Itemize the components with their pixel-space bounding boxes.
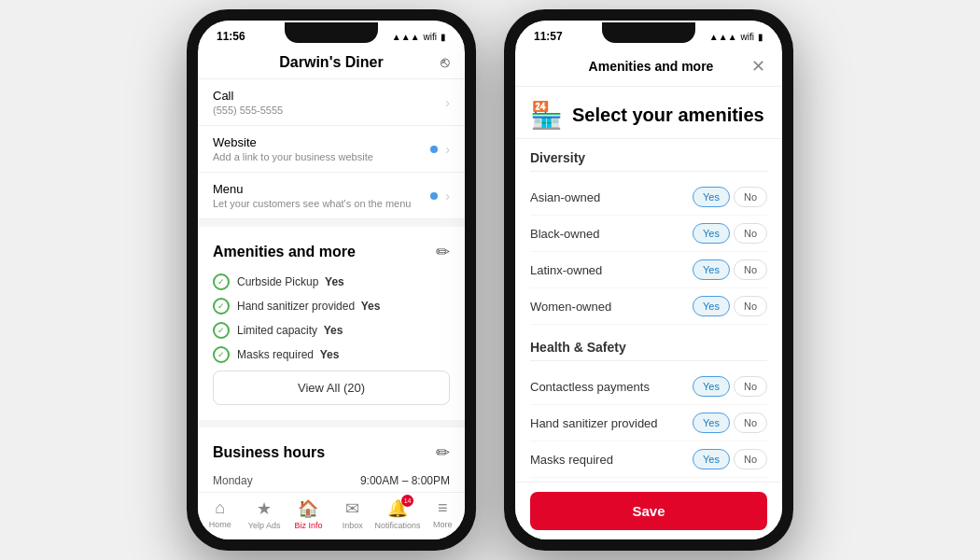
- asian-owned-no[interactable]: No: [734, 187, 767, 207]
- nav-yelp-ads[interactable]: ★ Yelp Ads: [242, 498, 286, 530]
- signal-icon-2: ▲▲▲: [709, 32, 737, 42]
- menu-item[interactable]: Menu Let your customers see what's on th…: [198, 173, 465, 219]
- check-icon-4: [213, 346, 230, 363]
- nav-home[interactable]: ⌂ Home: [198, 498, 242, 530]
- website-title: Website: [213, 135, 430, 149]
- contactless-no[interactable]: No: [734, 376, 767, 397]
- phone1-content: Call (555) 555-5555 › Website Add a link…: [198, 79, 465, 492]
- inbox-label: Inbox: [343, 521, 363, 530]
- external-link-icon[interactable]: ⎋: [441, 54, 450, 71]
- biz-info-label: Biz Info: [294, 521, 322, 530]
- black-owned-yes[interactable]: Yes: [693, 223, 730, 244]
- menu-dot: [430, 192, 438, 200]
- black-owned-toggle: Yes No: [693, 223, 767, 244]
- latinx-owned-no[interactable]: No: [734, 259, 767, 280]
- amenity-item-1: Curbside Pickup Yes: [213, 273, 450, 290]
- phone-2: 11:57 ▲▲▲ wifi ▮ Amenities and more ✕ 🏪 …: [504, 9, 793, 551]
- bh-title: Business hours: [213, 444, 325, 461]
- check-icon-2: [213, 298, 230, 315]
- women-owned-row: Women-owned Yes No: [530, 288, 767, 325]
- asian-owned-label: Asian-owned: [530, 190, 600, 204]
- modal-scroll: 🏪 Select your amenities Diversity Asian-…: [515, 87, 782, 482]
- view-all-button[interactable]: View All (20): [213, 371, 450, 405]
- close-button[interactable]: ✕: [749, 54, 767, 78]
- notch-1: [285, 22, 378, 43]
- wifi-icon-2: wifi: [741, 32, 754, 42]
- status-icons-2: ▲▲▲ wifi ▮: [709, 32, 763, 42]
- signal-icon: ▲▲▲: [392, 32, 420, 42]
- amenity-item-2: Hand sanitizer provided Yes: [213, 298, 450, 315]
- website-subtitle: Add a link to your business website: [213, 151, 430, 162]
- battery-icon: ▮: [441, 32, 446, 42]
- nav-inbox[interactable]: ✉ Inbox: [330, 498, 374, 530]
- modal-header-title: Amenities and more: [553, 59, 749, 74]
- contact-section: Call (555) 555-5555 › Website Add a link…: [198, 79, 465, 227]
- black-owned-row: Black-owned Yes No: [530, 216, 767, 252]
- amenities-section: Amenities and more ✏ Curbside Pickup Yes…: [198, 227, 465, 427]
- hand-sanitizer-no[interactable]: No: [734, 413, 767, 433]
- battery-icon-2: ▮: [758, 32, 763, 42]
- yelp-ads-icon: ★: [257, 498, 272, 519]
- more-label: More: [433, 520, 453, 529]
- monday-hours: 9:00AM – 8:00PM: [360, 474, 450, 487]
- contactless-label: Contactless payments: [530, 380, 650, 394]
- phone-1-screen: 11:56 ▲▲▲ wifi ▮ Darwin's Diner ⎋: [198, 21, 465, 539]
- call-item[interactable]: Call (555) 555-5555 ›: [198, 79, 465, 126]
- status-time-1: 11:56: [217, 30, 245, 43]
- phones-container: 11:56 ▲▲▲ wifi ▮ Darwin's Diner ⎋: [187, 9, 793, 551]
- website-item[interactable]: Website Add a link to your business webs…: [198, 126, 465, 173]
- women-owned-yes[interactable]: Yes: [693, 296, 730, 316]
- save-button[interactable]: Save: [530, 492, 767, 530]
- diversity-section: Diversity Asian-owned Yes No Black-owned…: [515, 139, 782, 329]
- business-hours-section: Business hours ✏ Monday 9:00AM – 8:00PM …: [198, 427, 465, 492]
- call-title: Call: [213, 89, 445, 103]
- hand-sanitizer-yes[interactable]: Yes: [693, 413, 730, 433]
- latinx-owned-row: Latinx-owned Yes No: [530, 252, 767, 288]
- bh-edit-icon[interactable]: ✏: [436, 442, 450, 463]
- phone-2-screen: 11:57 ▲▲▲ wifi ▮ Amenities and more ✕ 🏪 …: [515, 21, 782, 539]
- bottom-nav: ⌂ Home ★ Yelp Ads 🏠 Biz Info ✉ Inbox: [198, 492, 465, 539]
- yelp-ads-label: Yelp Ads: [248, 521, 281, 530]
- latinx-owned-yes[interactable]: Yes: [693, 259, 730, 280]
- notifications-label: Notifications: [375, 521, 421, 530]
- contactless-toggle: Yes No: [693, 376, 767, 397]
- nav-biz-info[interactable]: 🏠 Biz Info: [287, 498, 330, 530]
- call-arrow: ›: [445, 95, 450, 110]
- amenity-item-4: Masks required Yes: [213, 346, 450, 363]
- modal-header: Amenities and more ✕: [515, 47, 782, 87]
- yelp-store-icon: 🏪: [530, 100, 563, 131]
- black-owned-label: Black-owned: [530, 227, 599, 241]
- amenities-edit-icon[interactable]: ✏: [436, 242, 450, 262]
- masks-required-row: Masks required Yes No: [530, 441, 767, 478]
- asian-owned-yes[interactable]: Yes: [693, 187, 730, 207]
- menu-subtitle: Let your customers see what's on the men…: [213, 198, 430, 209]
- website-dot: [430, 146, 438, 153]
- phone-1: 11:56 ▲▲▲ wifi ▮ Darwin's Diner ⎋: [187, 9, 476, 551]
- status-time-2: 11:57: [534, 30, 563, 43]
- inbox-icon: ✉: [345, 498, 359, 519]
- check-icon-1: [213, 273, 230, 290]
- amenities-modal-header: 🏪 Select your amenities: [515, 87, 782, 139]
- nav-notifications[interactable]: 🔔 14 Notifications: [375, 498, 421, 530]
- status-icons-1: ▲▲▲ wifi ▮: [392, 32, 446, 42]
- nav-more[interactable]: ≡ More: [421, 498, 465, 530]
- women-owned-no[interactable]: No: [734, 296, 767, 316]
- asian-owned-toggle: Yes No: [693, 187, 767, 207]
- notifications-badge: 14: [401, 495, 413, 507]
- amenities-section-title: Amenities and more: [213, 244, 356, 260]
- masks-required-toggle: Yes No: [693, 449, 767, 469]
- phone1-title: Darwin's Diner: [279, 54, 383, 71]
- monday-row: Monday 9:00AM – 8:00PM: [213, 474, 450, 487]
- amenities-modal-title: Select your amenities: [572, 105, 764, 126]
- black-owned-no[interactable]: No: [734, 223, 767, 244]
- notifications-badge-container: 🔔 14: [387, 498, 408, 519]
- masks-required-no[interactable]: No: [734, 449, 767, 469]
- masks-required-yes[interactable]: Yes: [693, 449, 730, 469]
- contactless-yes[interactable]: Yes: [693, 376, 730, 397]
- phone1-header: Darwin's Diner ⎋: [198, 47, 465, 79]
- call-item-content: Call (555) 555-5555: [213, 89, 445, 116]
- more-icon: ≡: [438, 498, 448, 518]
- amenity-item-3: Limited capacity Yes: [213, 322, 450, 339]
- asian-owned-row: Asian-owned Yes No: [530, 179, 767, 216]
- latinx-owned-label: Latinx-owned: [530, 263, 602, 277]
